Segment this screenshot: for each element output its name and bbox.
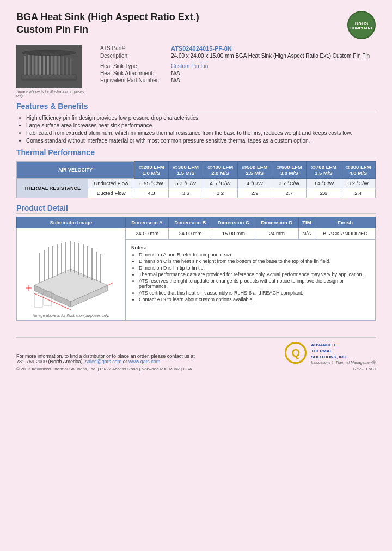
th-400lfm: @400 LFM 2.0 M/S xyxy=(203,162,237,179)
note-4: Thermal performance data are provided fo… xyxy=(139,272,370,277)
dim-d-value: 24 mm xyxy=(255,228,299,240)
thermal-performance-title: Thermal Performance xyxy=(16,148,376,158)
th-800lfm: @800 LFM 4.0 M/S xyxy=(341,162,375,179)
col-tim: TIM xyxy=(298,217,315,228)
svg-rect-10 xyxy=(58,55,60,75)
page-number: Rev - 3 of 3 xyxy=(285,366,376,371)
product-details: ATS Part#: ATS024024015-PF-8N Descriptio… xyxy=(98,45,376,97)
svg-rect-11 xyxy=(62,56,64,75)
air-velocity-header: AIR VELOCITY xyxy=(17,162,134,179)
unducted-200: 6.95 °C/W xyxy=(134,179,168,188)
ducted-700: 2.6 xyxy=(307,188,341,198)
th-200lfm: @200 LFM 1.0 M/S xyxy=(134,162,168,179)
svg-rect-4 xyxy=(35,54,38,75)
product-detail-outer-table: Schematic Image Dimension A Dimension B … xyxy=(16,217,376,321)
schematic-caption: *Image above is for illustration purpose… xyxy=(20,314,122,317)
unducted-600: 3.7 °C/W xyxy=(272,179,307,188)
unducted-400: 4.5 °C/W xyxy=(203,179,237,188)
svg-rect-5 xyxy=(39,53,41,75)
schematic-svg xyxy=(23,231,119,313)
ducted-300: 3.6 xyxy=(169,188,203,198)
footer-right: Q ADVANCED THERMAL SOLUTIONS, INC. Innov… xyxy=(285,342,376,371)
attachment-label: Heat Sink Attachment: xyxy=(98,70,169,77)
dim-c-value: 15.00 mm xyxy=(212,228,255,240)
notes-cell: Notes: Dimension A and B refer to compon… xyxy=(126,239,376,320)
col-schematic: Schematic Image xyxy=(17,217,126,228)
note-5: ATS reserves the right to update or chan… xyxy=(139,278,370,289)
svg-rect-3 xyxy=(32,53,34,75)
part-label: ATS Part#: xyxy=(98,45,169,52)
unducted-500: 4 °C/W xyxy=(237,179,272,188)
product-image xyxy=(16,45,82,88)
col-dim-a: Dimension A xyxy=(126,217,169,228)
ducted-400: 3.2 xyxy=(203,188,237,198)
svg-point-14 xyxy=(22,50,76,56)
footer-left: For more information, to find a distribu… xyxy=(16,353,195,371)
product-title-line1: BGA Heat Sink (High Aspect Ratio Ext.) xyxy=(16,11,199,23)
footer-copyright: © 2013 Advanced Thermal Solutions, Inc. … xyxy=(16,366,195,371)
svg-rect-12 xyxy=(66,57,68,75)
svg-rect-2 xyxy=(28,54,30,75)
col-finish: Finish xyxy=(315,217,376,228)
unducted-700: 3.4 °C/W xyxy=(307,179,341,188)
footer-section: For more information, to find a distribu… xyxy=(16,337,376,371)
note-1: Dimension A and B refer to component siz… xyxy=(139,252,370,258)
note-2: Dimension C is the heat sink height from… xyxy=(139,259,370,264)
ats-logo: Q ADVANCED THERMAL SOLUTIONS, INC. Innov… xyxy=(285,342,376,364)
notes-section: Notes: Dimension A and B refer to compon… xyxy=(129,243,372,305)
page-header: BGA Heat Sink (High Aspect Ratio Ext.) C… xyxy=(16,11,376,39)
product-title-line2: Custom Pin Fin xyxy=(16,23,199,36)
thermal-resistance-label: THERMAL RESISTANCE xyxy=(17,179,88,198)
feature-item-2: Large surface area increases heat sink p… xyxy=(26,123,376,128)
heat-sink-type-value: Custom Pin Fin xyxy=(169,63,376,70)
svg-rect-0 xyxy=(22,75,76,80)
product-image-area: *Image above is for illustration purpose… xyxy=(16,45,87,97)
description-label: Description: xyxy=(98,52,169,59)
note-7: Contact ATS to learn about custom option… xyxy=(139,297,370,302)
feature-item-1: High efficiency pin fin design provides … xyxy=(26,115,376,121)
features-list: High efficiency pin fin design provides … xyxy=(16,115,376,144)
unducted-label: Unducted Flow xyxy=(88,179,134,188)
col-dim-d: Dimension D xyxy=(255,217,299,228)
th-300lfm: @300 LFM 1.5 M/S xyxy=(169,162,203,179)
unducted-300: 5.3 °C/W xyxy=(169,179,203,188)
svg-rect-1 xyxy=(24,56,26,75)
th-600lfm: @600 LFM 3.0 M/S xyxy=(272,162,307,179)
ducted-600: 2.7 xyxy=(272,188,307,198)
heat-sink-svg xyxy=(16,45,82,88)
notes-title: Notes: xyxy=(131,245,370,250)
svg-line-35 xyxy=(108,283,113,285)
svg-rect-9 xyxy=(54,54,57,75)
image-caption: *Image above is for illustration purpose… xyxy=(16,90,87,97)
th-700lfm: @700 LFM 3.5 M/S xyxy=(307,162,341,179)
rohs-badge: RoHS COMPLIANT xyxy=(347,11,376,39)
equivalent-value: N/A xyxy=(169,77,376,84)
product-info-section: *Image above is for illustration purpose… xyxy=(16,45,376,97)
note-6: ATS certifies that this heat sink assemb… xyxy=(139,290,370,296)
unducted-800: 3.2 °C/W xyxy=(341,179,375,188)
description-value: 24.00 x 24.00 x 15.00 mm BGA Heat Sink (… xyxy=(169,52,376,59)
features-title: Features & Benefits xyxy=(16,102,376,112)
heat-sink-type-label: Heat Sink Type: xyxy=(98,63,169,70)
col-dim-c: Dimension C xyxy=(212,217,255,228)
website-link[interactable]: www.qats.com. xyxy=(128,359,162,364)
email-link[interactable]: sales@qats.com xyxy=(85,359,122,364)
feature-item-3: Fabricated from extruded aluminum, which… xyxy=(26,130,376,136)
ats-text-block: ADVANCED THERMAL SOLUTIONS, INC. Innovat… xyxy=(311,342,376,364)
feature-item-4: Comes standard without interface materia… xyxy=(26,138,376,144)
part-number: ATS024024015-PF-8N xyxy=(169,45,376,52)
schematic-cell: *Image above is for illustration purpose… xyxy=(17,228,126,321)
ducted-500: 2.9 xyxy=(237,188,272,198)
notes-list: Dimension A and B refer to component siz… xyxy=(131,252,370,302)
col-dim-b: Dimension B xyxy=(169,217,212,228)
product-detail-table: ATS Part#: ATS024024015-PF-8N Descriptio… xyxy=(98,45,376,84)
product-title-block: BGA Heat Sink (High Aspect Ratio Ext.) C… xyxy=(16,11,199,36)
ats-tagline: Innovations in Thermal Management® xyxy=(311,360,376,364)
attachment-value: N/A xyxy=(169,70,376,77)
svg-rect-8 xyxy=(51,53,53,75)
product-detail-title: Product Detail xyxy=(16,204,376,214)
dim-a-value: 24.00 mm xyxy=(126,228,169,240)
rohs-text: RoHS xyxy=(355,21,369,26)
ducted-label: Ducted Flow xyxy=(88,188,134,198)
finish-value: BLACK ANODIZED xyxy=(315,228,376,240)
